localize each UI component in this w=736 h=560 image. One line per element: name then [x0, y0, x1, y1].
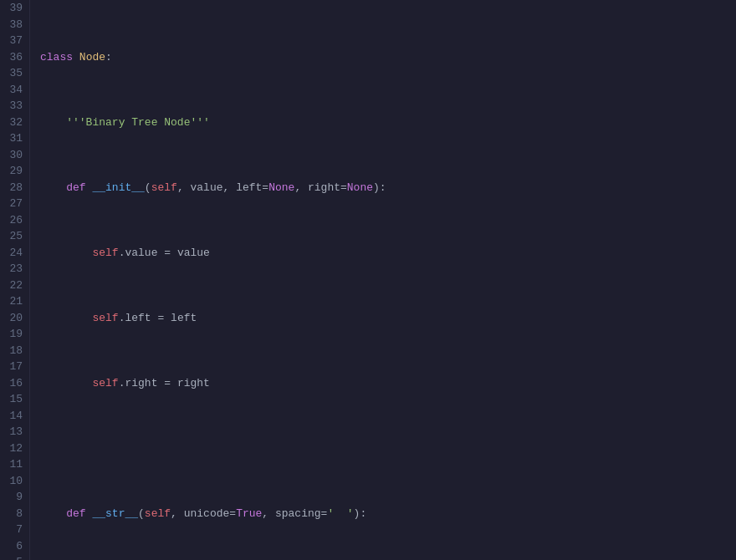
- code-line-36: self.value = value: [40, 245, 736, 262]
- line-numbers: 39 38 37 36 35 34 33 32 31 30 29 28 27 2…: [0, 0, 30, 560]
- code-area: 39 38 37 36 35 34 33 32 31 30 29 28 27 2…: [0, 0, 736, 560]
- code-line-32: def __str__(self, unicode=True, spacing=…: [40, 506, 736, 522]
- code-line-35: self.left = left: [40, 310, 736, 327]
- code-editor: 39 38 37 36 35 34 33 32 31 30 29 28 27 2…: [0, 0, 736, 560]
- code-content: class Node: '''Binary Tree Node''' def _…: [30, 0, 736, 560]
- code-line-39: class Node:: [40, 49, 736, 66]
- code-line-37: def __init__(self, value, left=None, rig…: [40, 180, 736, 196]
- code-line-33: [40, 440, 736, 457]
- code-line-34: self.right = right: [40, 375, 736, 392]
- code-line-38: '''Binary Tree Node''': [40, 115, 736, 131]
